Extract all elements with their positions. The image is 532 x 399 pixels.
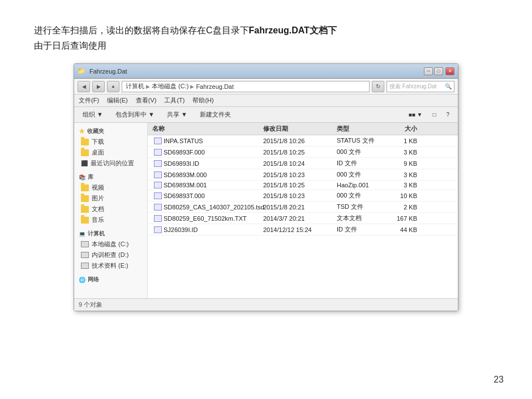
file-date: 2015/1/8 10:24 [261,160,334,167]
sidebar-item-drive-d[interactable]: 内训柜查 (D:) [76,250,145,260]
file-name: SD69893I.ID [164,160,199,167]
file-icon [154,138,162,144]
desc-line2: 由于日后查询使用 [34,41,106,50]
file-type: TSD 文件 [334,203,385,211]
computer-header: 💻 计算机 [76,229,145,239]
search-box[interactable]: 搜索 Fahrzeug.Dat 🔍 [387,81,454,92]
maximize-button[interactable]: □ [434,67,443,75]
file-size: 3 KB [385,182,419,188]
folder-icon [81,206,89,213]
file-list: 名称 修改日期 类型 大小 INPA.STATUS 2015/1/8 10:26… [148,123,458,298]
file-type: 文本文档 [334,214,385,222]
path-text: 计算机 ▶ 本地磁盘 (C:) ▶ Fahrzeug.Dat [126,82,234,91]
desc-line1: 进行全车扫描后，读出的数据将自动保存在C盘目录下 [34,25,249,35]
favorites-section: ★ 收藏夹 下载 桌面 ⬛ 最近访问的位置 [76,126,145,169]
folder-icon [81,217,89,224]
status-text: 9 个对象 [79,301,102,309]
path-folder: Fahrzeug.Dat [196,83,234,90]
table-row[interactable]: SD80259_E60_71502km.TXT 2014/3/7 20:21 文… [148,213,458,224]
file-icon [154,192,162,199]
file-size: 2 KB [385,204,419,211]
close-button[interactable]: ✕ [445,67,454,75]
sidebar-item-recent[interactable]: ⬛ 最近访问的位置 [76,158,145,169]
drive-e-icon [81,263,89,269]
table-row[interactable]: SD80259_CAS_140307_202105.tsd 2015/1/8 2… [148,201,458,213]
toolbar: 组织 ▼ 包含到库中 ▼ 共享 ▼ 新建文件夹 ■■ ▼ □ ? [74,107,458,123]
up-button[interactable]: ▲ [107,81,119,92]
include-library-button[interactable]: 包含到库中 ▼ [111,109,158,121]
help-button[interactable]: ? [442,110,453,119]
computer-section: 💻 计算机 本地磁盘 (C:) 内训柜查 (D:) 技术资料 (E:) [76,229,145,271]
sidebar-item-video[interactable]: 视频 [76,182,145,193]
address-path[interactable]: 计算机 ▶ 本地磁盘 (C:) ▶ Fahrzeug.Dat [122,81,370,92]
file-name: SD69893M.001 [164,182,207,188]
menu-tools[interactable]: 工具(T) [164,96,185,105]
file-size: 167 KB [385,215,419,222]
sidebar-item-documents[interactable]: 文档 [76,204,145,214]
window-icon: 📁 [78,67,85,75]
menu-view[interactable]: 查看(V) [136,96,157,105]
table-row[interactable]: SD69893M.000 2015/1/8 10:23 000 文件 3 KB [148,169,458,181]
file-size: 3 KB [385,171,419,178]
library-icon: 📚 [79,174,85,181]
file-date: 2014/3/7 20:21 [261,215,334,222]
view-toggle-button[interactable]: ■■ ▼ [405,110,427,119]
col-header-name[interactable]: 名称 [148,125,261,133]
file-date: 2015/1/8 10:23 [261,171,334,178]
file-name: INPA.STATUS [164,138,203,144]
menu-help[interactable]: 帮助(H) [192,96,213,105]
table-row[interactable]: SD69893M.001 2015/1/8 10:25 HaoZip.001 3… [148,181,458,190]
library-header: 📚 库 [76,172,145,182]
col-header-type[interactable]: 类型 [334,125,385,133]
file-icon [154,182,162,188]
favorites-icon: ★ [79,127,85,135]
menu-edit[interactable]: 编辑(E) [107,96,128,105]
folder-icon [81,185,89,191]
new-folder-button[interactable]: 新建文件夹 [196,109,235,121]
col-header-size[interactable]: 大小 [385,125,419,133]
search-placeholder: 搜索 Fahrzeug.Dat [389,83,436,91]
file-icon [154,215,162,222]
file-size: 44 KB [385,226,419,233]
file-size: 3 KB [385,149,419,156]
status-bar: 9 个对象 [74,298,458,311]
sidebar-item-pictures[interactable]: 图片 [76,193,145,204]
explorer-window: 📁 Fahrzeug.Dat ─ □ ✕ ◀ ▶ ▲ 计算机 ▶ 本地磁盘 (C… [74,63,458,311]
refresh-button[interactable]: ↻ [372,81,384,92]
preview-button[interactable]: □ [428,110,440,119]
file-name: SD80259_E60_71502km.TXT [164,215,247,222]
sidebar-item-drive-e[interactable]: 技术资料 (E:) [76,260,145,271]
back-button[interactable]: ◀ [78,81,90,92]
desc-bold: Fahrzeug.DAT文档下 [249,25,337,35]
table-row[interactable]: SD69893T.000 2015/1/8 10:23 000 文件 10 KB [148,190,458,201]
folder-icon [81,139,89,145]
sidebar-item-downloads[interactable]: 下载 [76,136,145,147]
share-button[interactable]: 共享 ▼ [163,109,191,121]
file-date: 2015/1/8 10:26 [261,138,334,144]
file-name: SD69893T.000 [164,192,205,199]
file-name: SJ26039I.ID [164,226,198,233]
library-label: 库 [88,173,93,181]
sidebar-item-music[interactable]: 音乐 [76,214,145,225]
file-list-header: 名称 修改日期 类型 大小 [148,123,458,135]
sidebar-item-drive-c[interactable]: 本地磁盘 (C:) [76,239,145,250]
table-row[interactable]: SJ26039I.ID 2014/12/12 15:24 ID 文件 44 KB [148,224,458,235]
file-name: SD80259_CAS_140307_202105.tsd [164,204,264,211]
drive-c-icon [81,241,89,247]
table-row[interactable]: SD69893F.000 2015/1/8 10:25 000 文件 3 KB [148,147,458,158]
table-row[interactable]: INPA.STATUS 2015/1/8 10:26 STATUS 文件 1 K… [148,135,458,147]
col-header-date[interactable]: 修改日期 [261,125,334,133]
organize-button[interactable]: 组织 ▼ [79,109,107,121]
sidebar-item-desktop[interactable]: 桌面 [76,147,145,158]
minimize-button[interactable]: ─ [424,67,433,75]
title-bar: 📁 Fahrzeug.Dat ─ □ ✕ [74,64,458,79]
menu-file[interactable]: 文件(F) [79,96,99,105]
table-row[interactable]: SD69893I.ID 2015/1/8 10:24 ID 文件 9 KB [148,158,458,169]
file-type: ID 文件 [334,225,385,234]
forward-button[interactable]: ▶ [92,81,105,92]
title-bar-left: 📁 Fahrzeug.Dat [78,67,127,75]
file-type: 000 文件 [334,170,385,179]
window-title: Fahrzeug.Dat [89,68,127,75]
file-date: 2015/1/8 10:23 [261,192,334,199]
library-section: 📚 库 视频 图片 文档 [76,172,145,225]
